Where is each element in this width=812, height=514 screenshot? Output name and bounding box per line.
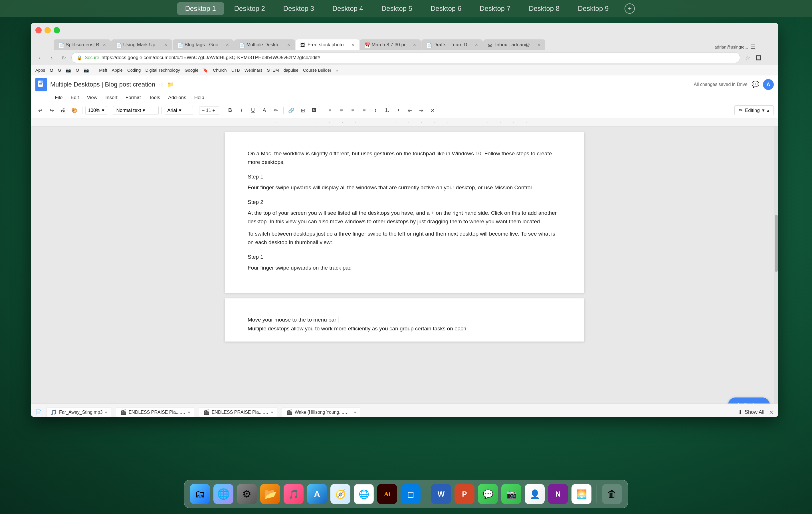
browser-tab-5[interactable]: 📅 March 8 7:30 pr... ✕	[360, 39, 421, 50]
dock-contacts[interactable]: 👤	[525, 484, 545, 504]
tab-6-close[interactable]: ✕	[475, 43, 478, 47]
bookmark-photo2[interactable]: 📷	[84, 68, 89, 73]
bookmark-g[interactable]: G	[58, 68, 61, 73]
dock-trash[interactable]: 🗑	[602, 484, 622, 504]
show-all-button[interactable]: ⬇ Show All	[738, 409, 764, 415]
bookmark-dapulse[interactable]: dapulse	[283, 68, 298, 73]
font-size-control[interactable]: − 11 +	[199, 106, 219, 115]
browser-tab-0[interactable]: 📄 Split screens| B ✕	[54, 39, 111, 50]
menu-tools[interactable]: Tools	[146, 94, 164, 102]
back-button[interactable]: ‹	[35, 53, 44, 62]
numbered-list-button[interactable]: 1.	[382, 106, 392, 115]
undo-button[interactable]: ↩	[35, 106, 45, 115]
format-paint-button[interactable]: 🎨	[69, 106, 79, 115]
extensions-button[interactable]: 🔲	[754, 53, 763, 62]
bookmark-utb[interactable]: UTB	[231, 68, 240, 73]
bookmark-church[interactable]: Church	[213, 68, 227, 73]
bookmark-o[interactable]: O	[76, 68, 79, 73]
add-desktop-button[interactable]: +	[625, 3, 635, 14]
tab-5-close[interactable]: ✕	[413, 43, 416, 47]
address-input[interactable]: 🔒 Secure https://docs.google.com/documen…	[71, 52, 740, 63]
desktop-tab-3[interactable]: Desktop 3	[275, 2, 322, 15]
user-avatar[interactable]: A	[763, 79, 774, 90]
desktop-tab-1[interactable]: Desktop 1	[177, 2, 224, 15]
increase-font-size-button[interactable]: +	[212, 108, 215, 113]
insert-table-button[interactable]: ⊞	[298, 106, 308, 115]
browser-tab-2[interactable]: 📄 Blog tags - Goo... ✕	[173, 39, 234, 50]
text-color-button[interactable]: A	[259, 106, 269, 115]
document-area[interactable]: On a Mac, the workflow is slightly diffe…	[31, 127, 778, 417]
bookmark-star-button[interactable]: ☆	[744, 53, 752, 62]
scrollbar-thumb[interactable]	[775, 215, 778, 272]
maximize-window-button[interactable]	[54, 27, 60, 33]
editing-mode-button[interactable]: ✏ Editing ▾ ▴	[734, 105, 774, 115]
download-menu-3[interactable]: ▾	[354, 410, 356, 415]
tab-3-close[interactable]: ✕	[287, 43, 290, 47]
align-left-button[interactable]: ≡	[325, 106, 335, 115]
desktop-tab-7[interactable]: Desktop 7	[472, 2, 518, 15]
desktop-tab-8[interactable]: Desktop 8	[521, 2, 568, 15]
zoom-control[interactable]: 100% ▾	[85, 106, 107, 115]
dock-itunes[interactable]: 🎵	[284, 484, 303, 504]
bookmark-stem[interactable]: STEM	[267, 68, 279, 73]
desktop-tab-4[interactable]: Desktop 4	[324, 2, 371, 15]
decrease-indent-button[interactable]: ⇤	[405, 106, 414, 115]
decrease-font-size-button[interactable]: −	[202, 108, 205, 113]
download-menu-2[interactable]: ▾	[271, 410, 273, 415]
line-spacing-button[interactable]: ↕	[371, 106, 380, 115]
align-center-button[interactable]: ≡	[337, 106, 346, 115]
dock-facetime[interactable]: 📷	[501, 484, 521, 504]
download-item-3[interactable]: 🎬 Wake (Hillsong Young....mp4 ▾	[282, 407, 360, 417]
print-button[interactable]: 🖨	[58, 106, 68, 115]
bookmark-apps[interactable]: Apps	[35, 68, 45, 73]
dock-messages[interactable]: 💬	[478, 484, 498, 504]
download-item-1[interactable]: 🎬 ENDLESS PRAISE Pla....mp4 ▾	[116, 407, 194, 417]
highlight-color-button[interactable]: ✏	[271, 106, 281, 115]
desktop-tab-6[interactable]: Desktop 6	[423, 2, 469, 15]
download-menu-1[interactable]: ▾	[188, 410, 190, 415]
desktop-tab-5[interactable]: Desktop 5	[374, 2, 420, 15]
bookmark-digital-technology[interactable]: Digital Technology	[145, 68, 180, 73]
browser-menu-icon[interactable]: ☰	[750, 44, 755, 50]
menu-format[interactable]: Format	[122, 94, 144, 102]
browser-tab-3[interactable]: 📄 Multiple Deskto... ✕	[234, 39, 295, 50]
document-scrollbar[interactable]	[774, 127, 778, 417]
dock-word[interactable]: W	[431, 484, 451, 504]
insert-image-button[interactable]: 🖼	[309, 106, 319, 115]
tab-2-close[interactable]: ✕	[226, 43, 229, 47]
text-style-dropdown[interactable]: Normal text ▾	[113, 106, 158, 115]
redo-button[interactable]: ↪	[47, 106, 57, 115]
dock-photos[interactable]: 🌅	[572, 484, 591, 504]
bullet-list-button[interactable]: •	[394, 106, 403, 115]
increase-indent-button[interactable]: ⇥	[416, 106, 426, 115]
browser-tab-1[interactable]: 📄 Using Mark Up ... ✕	[111, 39, 172, 50]
download-item-2[interactable]: 🎬 ENDLESS PRAISE Pla....mp4 ▾	[199, 407, 277, 417]
menu-view[interactable]: View	[84, 94, 101, 102]
browser-tab-7[interactable]: ✉ Inbox - adrian@... ✕	[483, 39, 545, 50]
browser-tab-6[interactable]: 📄 Drafts - Team D... ✕	[422, 39, 483, 50]
close-window-button[interactable]	[35, 27, 42, 33]
forward-button[interactable]: ›	[47, 53, 56, 62]
dock-powerpoint[interactable]: P	[455, 484, 474, 504]
bookmark-coding[interactable]: Coding	[127, 68, 141, 73]
insert-link-button[interactable]: 🔗	[286, 106, 296, 115]
gdocs-move-to-folder[interactable]: 📁	[167, 81, 173, 88]
align-justify-button[interactable]: ≡	[359, 106, 369, 115]
bookmark-msft[interactable]: Msft	[99, 68, 107, 73]
refresh-button[interactable]: ↻	[59, 53, 68, 62]
collapse-toolbar-button[interactable]: ▴	[767, 107, 770, 113]
menu-file[interactable]: File	[51, 94, 66, 102]
minimize-window-button[interactable]	[45, 27, 51, 33]
tab-4-close[interactable]: ✕	[351, 43, 355, 47]
bold-button[interactable]: B	[225, 106, 235, 115]
browser-tab-4[interactable]: 🖼 Free stock photo... ✕	[296, 39, 359, 50]
dock-safari[interactable]: 🧭	[330, 484, 350, 504]
clear-formatting-button[interactable]: ✕	[428, 106, 437, 115]
bookmark-m[interactable]: M	[50, 68, 53, 73]
dock-finder[interactable]: 🗂	[190, 484, 210, 504]
browser-settings-button[interactable]: ⋮	[765, 53, 774, 62]
tab-1-close[interactable]: ✕	[164, 43, 168, 47]
desktop-tab-9[interactable]: Desktop 9	[570, 2, 616, 15]
dock-chrome[interactable]: 🌐	[354, 484, 374, 504]
gdocs-star-button[interactable]: ☆	[158, 81, 164, 88]
